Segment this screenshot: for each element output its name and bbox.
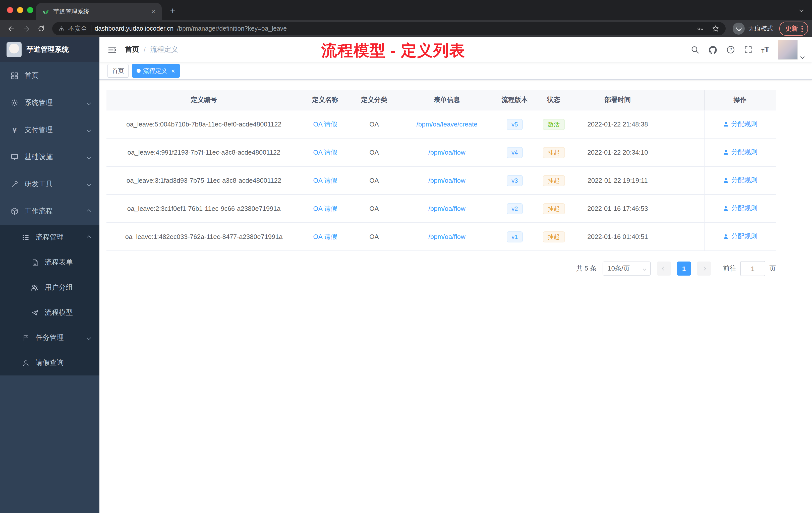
- page-size-value: 10条/页: [608, 264, 630, 273]
- reload-button[interactable]: [34, 22, 48, 36]
- assign-rule-link[interactable]: 分配规则: [723, 176, 757, 185]
- sidebar-item-task-management[interactable]: 任务管理: [0, 325, 99, 350]
- col-process-version: 流程版本: [495, 90, 535, 110]
- chrome-update-chip[interactable]: 更新: [779, 22, 808, 36]
- favicon-leaf-icon: [42, 8, 49, 15]
- browser-toolbar: 不安全 dashboard.yudao.iocoder.cn /bpm/mana…: [0, 20, 812, 37]
- table-row: oa_leave:1:482ec033-762a-11ec-8477-a2380…: [107, 222, 776, 251]
- url-path: /bpm/manager/definition?key=oa_leave: [177, 25, 287, 32]
- sidebar-item-label: 用户分组: [45, 283, 73, 292]
- table-row: oa_leave:4:991f2193-7b7f-11ec-a3c8-acde4…: [107, 138, 776, 167]
- sidebar-item-process-model[interactable]: 流程模型: [0, 300, 99, 325]
- browser-tab[interactable]: 芋道管理系统: [36, 3, 162, 20]
- zoom-window-button[interactable]: [27, 7, 33, 13]
- page-number-button[interactable]: 1: [677, 262, 691, 276]
- back-button[interactable]: [4, 22, 18, 36]
- tag-process-definition[interactable]: 流程定义: [132, 64, 179, 78]
- tag-home[interactable]: 首页: [108, 64, 128, 78]
- version-tag: v5: [506, 119, 523, 130]
- tool-icon: [10, 180, 19, 188]
- new-tab-button[interactable]: [166, 4, 180, 18]
- sidebar-item-leave-query[interactable]: 请假查询: [0, 350, 99, 375]
- col-definition-id: 定义编号: [107, 90, 301, 110]
- tag-close-icon[interactable]: [171, 67, 175, 74]
- assign-rule-link[interactable]: 分配规则: [723, 232, 757, 241]
- sidebar-item-system[interactable]: 系统管理: [0, 89, 99, 117]
- tab-title: 芋道管理系统: [53, 7, 145, 16]
- sidebar-item-process-form[interactable]: 流程表单: [0, 250, 99, 275]
- forward-button[interactable]: [19, 22, 33, 36]
- screen: 芋道管理系统 不安全 dashboard.yudao.iocoder.cn /b…: [0, 0, 812, 513]
- sidebar-item-process-management[interactable]: 流程管理: [0, 225, 99, 250]
- tab-search-button[interactable]: [800, 4, 803, 13]
- definition-category: OA: [369, 149, 379, 156]
- sidebar-item-home[interactable]: 首页: [0, 62, 99, 89]
- definition-id: oa_leave:4:991f2193-7b7f-11ec-a3c8-acde4…: [127, 149, 280, 156]
- sidebar-item-label: 流程管理: [36, 233, 64, 242]
- address-bar[interactable]: 不安全 dashboard.yudao.iocoder.cn /bpm/mana…: [52, 22, 726, 35]
- breadcrumb-separator: /: [144, 46, 146, 54]
- sidebar-item-devtools[interactable]: 研发工具: [0, 171, 99, 198]
- minimize-window-button[interactable]: [17, 7, 23, 13]
- update-label: 更新: [785, 24, 798, 33]
- font-size-icon[interactable]: [761, 46, 769, 54]
- sidebar-item-payment[interactable]: ¥ 支付管理: [0, 117, 99, 144]
- caret-down-icon: [801, 55, 805, 59]
- page-size-select[interactable]: 10条/页: [603, 262, 651, 276]
- hamburger-icon[interactable]: [108, 45, 117, 55]
- sidebar-item-label: 流程表单: [45, 258, 73, 267]
- bookmark-star-icon[interactable]: [709, 23, 722, 35]
- paper-plane-icon: [30, 309, 39, 316]
- form-info-link[interactable]: /bpm/oa/flow: [428, 233, 465, 240]
- table-header-row: 定义编号 定义名称 定义分类 表单信息 流程版本 状态 部署时间 操作: [107, 90, 776, 110]
- sidebar-item-infrastructure[interactable]: 基础设施: [0, 144, 99, 171]
- chevron-down-icon: [87, 101, 91, 105]
- sidebar: 芋道管理系统 首页 系统管理 ¥ 支付管理: [0, 37, 99, 513]
- github-icon[interactable]: [708, 45, 718, 55]
- browser-menu-kebab-icon[interactable]: [800, 25, 805, 32]
- sidebar-item-label: 任务管理: [36, 333, 64, 342]
- sidebar-item-label: 系统管理: [25, 98, 53, 108]
- form-info-link[interactable]: /bpm/oa/flow: [428, 177, 465, 184]
- definition-name-link[interactable]: OA 请假: [313, 120, 337, 128]
- definition-category: OA: [369, 177, 379, 184]
- form-icon: [30, 259, 39, 266]
- definition-id: oa_leave:3:1fad3d93-7b75-11ec-a3c8-acde4…: [126, 177, 281, 184]
- definition-name-link[interactable]: OA 请假: [313, 233, 337, 240]
- fullscreen-icon[interactable]: [744, 45, 753, 54]
- form-info-link[interactable]: /bpm/oa/flow: [428, 205, 465, 212]
- close-window-button[interactable]: [7, 7, 13, 13]
- search-icon[interactable]: [691, 45, 699, 54]
- definition-name-link[interactable]: OA 请假: [313, 148, 337, 156]
- form-info-link[interactable]: /bpm/oa/flow: [428, 149, 465, 156]
- assign-rule-link[interactable]: 分配规则: [723, 204, 757, 213]
- goto-page-input[interactable]: [740, 261, 765, 276]
- url-separator: [91, 25, 91, 32]
- sidebar-item-workflow[interactable]: 工作流程: [0, 198, 99, 225]
- assign-rule-link[interactable]: 分配规则: [723, 120, 757, 129]
- status-badge: 激活: [543, 119, 565, 130]
- definition-name-link[interactable]: OA 请假: [313, 205, 337, 212]
- form-info-link[interactable]: /bpm/oa/leave/create: [416, 120, 477, 128]
- help-icon[interactable]: ?: [726, 45, 735, 54]
- assign-rule-label: 分配规则: [731, 204, 757, 213]
- password-key-icon[interactable]: [694, 23, 706, 35]
- pagination-total: 共 5 条: [576, 264, 597, 273]
- avatar[interactable]: [778, 40, 798, 60]
- app-window: 芋道管理系统 首页 系统管理 ¥ 支付管理: [0, 37, 812, 513]
- security-label[interactable]: 不安全: [68, 24, 87, 33]
- definition-category: OA: [369, 205, 379, 212]
- url-host: dashboard.yudao.iocoder.cn: [95, 25, 174, 32]
- assign-rule-link[interactable]: 分配规则: [723, 148, 757, 157]
- definition-id: oa_leave:5:004b710b-7b8a-11ec-8ef0-acde4…: [126, 120, 282, 128]
- sidebar-logo: 芋道管理系统: [0, 37, 99, 62]
- prev-page-button[interactable]: [657, 262, 671, 276]
- sidebar-item-user-group[interactable]: 用户分组: [0, 275, 99, 300]
- definition-name-link[interactable]: OA 请假: [313, 176, 337, 184]
- dashboard-icon: [10, 72, 19, 80]
- breadcrumb-home[interactable]: 首页: [125, 45, 139, 54]
- user-menu[interactable]: [778, 40, 804, 60]
- logo-avatar: [6, 42, 22, 57]
- next-page-button[interactable]: [697, 262, 711, 276]
- tab-close-icon[interactable]: [149, 7, 158, 16]
